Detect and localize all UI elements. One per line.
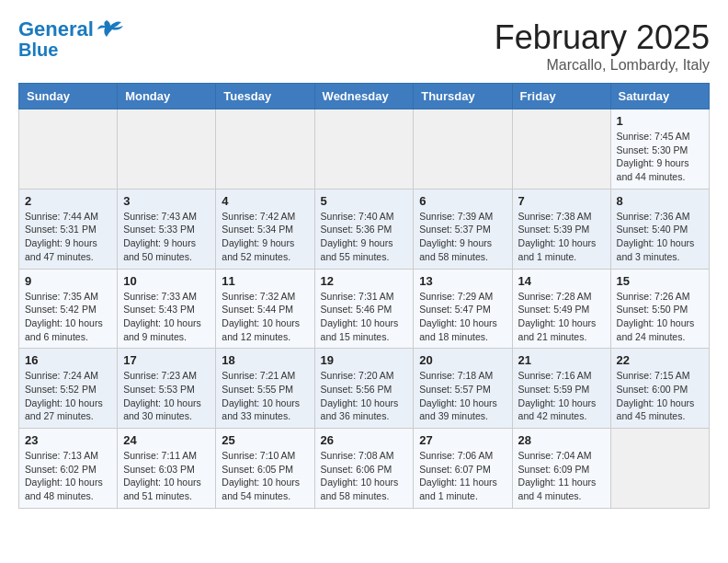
day-detail: Sunrise: 7:16 AM Sunset: 5:59 PM Dayligh…: [518, 369, 605, 423]
day-number: 14: [518, 274, 605, 288]
day-number: 11: [222, 274, 308, 288]
weekday-header-saturday: Saturday: [610, 84, 709, 109]
calendar-cell: 16Sunrise: 7:24 AM Sunset: 5:52 PM Dayli…: [19, 349, 118, 429]
weekday-header-sunday: Sunday: [19, 84, 118, 109]
calendar-cell: 15Sunrise: 7:26 AM Sunset: 5:50 PM Dayli…: [610, 269, 709, 349]
day-detail: Sunrise: 7:10 AM Sunset: 6:05 PM Dayligh…: [222, 449, 308, 503]
calendar-cell: 21Sunrise: 7:16 AM Sunset: 5:59 PM Dayli…: [512, 349, 610, 429]
calendar-cell: 7Sunrise: 7:38 AM Sunset: 5:39 PM Daylig…: [512, 189, 610, 269]
day-detail: Sunrise: 7:26 AM Sunset: 5:50 PM Dayligh…: [617, 290, 703, 344]
logo-general: General: [18, 17, 94, 40]
day-detail: Sunrise: 7:39 AM Sunset: 5:37 PM Dayligh…: [419, 210, 506, 264]
calendar-cell: 3Sunrise: 7:43 AM Sunset: 5:33 PM Daylig…: [118, 189, 216, 269]
calendar-cell: 20Sunrise: 7:18 AM Sunset: 5:57 PM Dayli…: [414, 349, 512, 429]
day-detail: Sunrise: 7:45 AM Sunset: 5:30 PM Dayligh…: [617, 130, 703, 184]
calendar-cell: 12Sunrise: 7:31 AM Sunset: 5:46 PM Dayli…: [314, 269, 414, 349]
calendar-cell: 8Sunrise: 7:36 AM Sunset: 5:40 PM Daylig…: [610, 189, 709, 269]
day-number: 25: [222, 433, 308, 447]
day-number: 8: [617, 194, 703, 208]
calendar-cell: 14Sunrise: 7:28 AM Sunset: 5:49 PM Dayli…: [512, 269, 610, 349]
calendar-cell: 6Sunrise: 7:39 AM Sunset: 5:37 PM Daylig…: [414, 189, 512, 269]
day-number: 3: [123, 194, 210, 208]
day-number: 4: [222, 194, 308, 208]
day-detail: Sunrise: 7:36 AM Sunset: 5:40 PM Dayligh…: [617, 210, 703, 264]
page-header: General Blue February 2025 Marcallo, Lom…: [18, 18, 710, 74]
day-detail: Sunrise: 7:13 AM Sunset: 6:02 PM Dayligh…: [25, 449, 111, 503]
day-detail: Sunrise: 7:43 AM Sunset: 5:33 PM Dayligh…: [123, 210, 210, 264]
weekday-header-friday: Friday: [512, 84, 610, 109]
day-detail: Sunrise: 7:40 AM Sunset: 5:36 PM Dayligh…: [321, 210, 408, 264]
day-detail: Sunrise: 7:21 AM Sunset: 5:55 PM Dayligh…: [222, 369, 308, 423]
logo-text: General: [18, 19, 94, 40]
calendar-cell: [19, 109, 118, 190]
calendar-table: SundayMondayTuesdayWednesdayThursdayFrid…: [18, 83, 710, 509]
calendar-cell: 17Sunrise: 7:23 AM Sunset: 5:53 PM Dayli…: [118, 349, 216, 429]
page-subtitle: Marcallo, Lombardy, Italy: [495, 57, 710, 74]
day-number: 16: [25, 353, 111, 367]
calendar-cell: 24Sunrise: 7:11 AM Sunset: 6:03 PM Dayli…: [118, 429, 216, 509]
calendar-cell: 28Sunrise: 7:04 AM Sunset: 6:09 PM Dayli…: [512, 429, 610, 509]
day-number: 7: [518, 194, 605, 208]
day-number: 17: [123, 353, 210, 367]
day-detail: Sunrise: 7:35 AM Sunset: 5:42 PM Dayligh…: [25, 290, 111, 344]
calendar-cell: 2Sunrise: 7:44 AM Sunset: 5:31 PM Daylig…: [19, 189, 118, 269]
logo-bird-icon: [94, 18, 123, 40]
page-title: February 2025: [495, 18, 710, 57]
day-number: 15: [617, 274, 703, 288]
day-detail: Sunrise: 7:42 AM Sunset: 5:34 PM Dayligh…: [222, 210, 308, 264]
day-number: 12: [321, 274, 408, 288]
weekday-header-wednesday: Wednesday: [314, 84, 414, 109]
calendar-week-5: 23Sunrise: 7:13 AM Sunset: 6:02 PM Dayli…: [19, 429, 710, 509]
day-detail: Sunrise: 7:32 AM Sunset: 5:44 PM Dayligh…: [222, 290, 308, 344]
calendar-week-1: 1Sunrise: 7:45 AM Sunset: 5:30 PM Daylig…: [19, 109, 710, 190]
calendar-cell: 22Sunrise: 7:15 AM Sunset: 6:00 PM Dayli…: [610, 349, 709, 429]
calendar-week-2: 2Sunrise: 7:44 AM Sunset: 5:31 PM Daylig…: [19, 189, 710, 269]
day-number: 21: [518, 353, 605, 367]
day-detail: Sunrise: 7:23 AM Sunset: 5:53 PM Dayligh…: [123, 369, 210, 423]
calendar-cell: 18Sunrise: 7:21 AM Sunset: 5:55 PM Dayli…: [216, 349, 314, 429]
day-number: 28: [518, 433, 605, 447]
calendar-cell: 11Sunrise: 7:32 AM Sunset: 5:44 PM Dayli…: [216, 269, 314, 349]
calendar-week-3: 9Sunrise: 7:35 AM Sunset: 5:42 PM Daylig…: [19, 269, 710, 349]
day-number: 24: [123, 433, 210, 447]
day-number: 10: [123, 274, 210, 288]
day-detail: Sunrise: 7:08 AM Sunset: 6:06 PM Dayligh…: [321, 449, 408, 503]
calendar-cell: 26Sunrise: 7:08 AM Sunset: 6:06 PM Dayli…: [314, 429, 414, 509]
day-number: 2: [25, 194, 111, 208]
day-number: 13: [419, 274, 506, 288]
calendar-cell: [118, 109, 216, 190]
day-number: 26: [321, 433, 408, 447]
calendar-cell: 1Sunrise: 7:45 AM Sunset: 5:30 PM Daylig…: [610, 109, 709, 190]
weekday-header-monday: Monday: [118, 84, 216, 109]
day-number: 23: [25, 433, 111, 447]
day-number: 20: [419, 353, 506, 367]
calendar-cell: 23Sunrise: 7:13 AM Sunset: 6:02 PM Dayli…: [19, 429, 118, 509]
calendar-cell: 25Sunrise: 7:10 AM Sunset: 6:05 PM Dayli…: [216, 429, 314, 509]
day-detail: Sunrise: 7:24 AM Sunset: 5:52 PM Dayligh…: [25, 369, 111, 423]
day-number: 22: [617, 353, 703, 367]
day-number: 18: [222, 353, 308, 367]
weekday-header-thursday: Thursday: [414, 84, 512, 109]
day-detail: Sunrise: 7:44 AM Sunset: 5:31 PM Dayligh…: [25, 210, 111, 264]
calendar-header-row: SundayMondayTuesdayWednesdayThursdayFrid…: [19, 84, 710, 109]
day-detail: Sunrise: 7:06 AM Sunset: 6:07 PM Dayligh…: [419, 449, 506, 503]
day-detail: Sunrise: 7:11 AM Sunset: 6:03 PM Dayligh…: [123, 449, 210, 503]
day-detail: Sunrise: 7:18 AM Sunset: 5:57 PM Dayligh…: [419, 369, 506, 423]
calendar-cell: [610, 429, 709, 509]
day-detail: Sunrise: 7:20 AM Sunset: 5:56 PM Dayligh…: [321, 369, 408, 423]
day-number: 6: [419, 194, 506, 208]
calendar-cell: 5Sunrise: 7:40 AM Sunset: 5:36 PM Daylig…: [314, 189, 414, 269]
calendar-cell: 10Sunrise: 7:33 AM Sunset: 5:43 PM Dayli…: [118, 269, 216, 349]
calendar-cell: 4Sunrise: 7:42 AM Sunset: 5:34 PM Daylig…: [216, 189, 314, 269]
calendar-cell: 13Sunrise: 7:29 AM Sunset: 5:47 PM Dayli…: [414, 269, 512, 349]
calendar-cell: [314, 109, 414, 190]
day-number: 27: [419, 433, 506, 447]
day-detail: Sunrise: 7:38 AM Sunset: 5:39 PM Dayligh…: [518, 210, 605, 264]
day-detail: Sunrise: 7:33 AM Sunset: 5:43 PM Dayligh…: [123, 290, 210, 344]
day-detail: Sunrise: 7:15 AM Sunset: 6:00 PM Dayligh…: [617, 369, 703, 423]
day-number: 5: [321, 194, 408, 208]
weekday-header-tuesday: Tuesday: [216, 84, 314, 109]
day-detail: Sunrise: 7:04 AM Sunset: 6:09 PM Dayligh…: [518, 449, 605, 503]
logo: General Blue: [18, 18, 123, 60]
calendar-cell: 9Sunrise: 7:35 AM Sunset: 5:42 PM Daylig…: [19, 269, 118, 349]
